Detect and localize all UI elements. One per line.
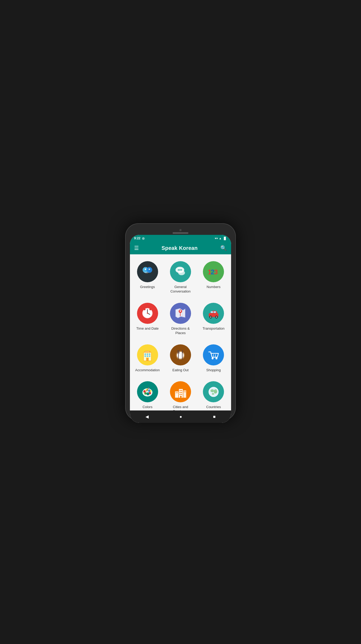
svg-point-5 <box>178 270 185 275</box>
list-item[interactable]: Countries <box>198 378 229 410</box>
svg-rect-62 <box>183 390 186 398</box>
wifi-icon: ▾▾ <box>215 237 218 240</box>
svg-point-7 <box>179 269 181 270</box>
shopping-label: Shopping <box>206 368 221 373</box>
svg-point-56 <box>144 392 147 394</box>
list-item[interactable]: Shopping <box>198 341 229 376</box>
svg-rect-35 <box>145 355 146 357</box>
shopping-icon <box>203 344 224 365</box>
eating-out-label: Eating Out <box>172 368 188 373</box>
numbers-label: Numbers <box>207 285 221 289</box>
svg-point-26 <box>210 316 212 318</box>
svg-rect-38 <box>146 358 149 361</box>
svg-rect-37 <box>149 355 150 357</box>
greetings-label: Greetings <box>140 285 155 289</box>
svg-point-3 <box>149 268 150 270</box>
colors-icon <box>137 381 158 402</box>
directions-label: Directions & Places <box>167 326 194 335</box>
status-time: 9:22 <box>134 236 140 240</box>
svg-point-8 <box>181 269 182 270</box>
svg-rect-69 <box>176 392 177 393</box>
accommodation-label: Accommodation <box>135 368 160 373</box>
svg-point-17 <box>144 308 145 310</box>
battery-icon: ▐▌ <box>223 237 227 240</box>
svg-rect-70 <box>177 392 178 393</box>
svg-point-2 <box>145 268 147 270</box>
cities-provinces-label: Cities and Provinces <box>167 405 194 410</box>
svg-rect-65 <box>180 392 181 393</box>
svg-rect-67 <box>180 394 181 395</box>
svg-rect-33 <box>147 354 148 355</box>
transportation-label: Transportation <box>203 326 225 331</box>
category-grid: Greetings General Conversation <box>132 257 229 410</box>
menu-icon[interactable]: ☰ <box>134 245 139 251</box>
svg-rect-32 <box>145 354 146 355</box>
general-conversation-icon <box>170 261 191 282</box>
numbers-icon: 1 2 3 <box>203 261 224 282</box>
greetings-icon <box>137 261 158 282</box>
svg-rect-64 <box>181 390 182 391</box>
svg-rect-66 <box>181 392 182 393</box>
general-conversation-label: General Conversation <box>167 285 194 294</box>
svg-point-16 <box>147 313 148 314</box>
phone-frame: 9:22 ◎ ▾▾ ▲ ▐▌ ☰ Speak Korean 🔍 <box>125 223 236 421</box>
countries-icon <box>203 381 224 402</box>
countries-label: Countries <box>206 405 221 409</box>
colors-label: Colors <box>143 405 153 409</box>
svg-rect-72 <box>185 392 186 392</box>
svg-rect-71 <box>184 392 185 392</box>
svg-rect-24 <box>213 311 216 313</box>
svg-point-75 <box>210 389 214 392</box>
speaker-grille <box>173 232 188 234</box>
svg-text:3: 3 <box>214 268 218 275</box>
svg-rect-60 <box>175 392 179 398</box>
location-icon: ◎ <box>142 237 145 240</box>
svg-point-57 <box>147 392 149 395</box>
status-time-area: 9:22 ◎ <box>134 236 145 240</box>
time-date-label: Time and Date <box>136 326 159 331</box>
svg-point-49 <box>216 358 217 359</box>
app-title: Speak Korean <box>162 245 198 251</box>
list-item[interactable]: HOTEL Accommodation <box>132 341 163 376</box>
list-item[interactable]: General Conversation <box>165 257 196 297</box>
home-button[interactable]: ● <box>174 413 187 420</box>
list-item[interactable]: 1 2 3 Numbers <box>198 257 229 297</box>
list-item[interactable]: Colors <box>132 378 163 410</box>
list-item[interactable]: Greetings <box>132 257 163 297</box>
back-button[interactable]: ◀ <box>140 413 154 420</box>
list-item[interactable]: Directions & Places <box>165 299 196 339</box>
svg-point-48 <box>212 358 213 359</box>
svg-rect-73 <box>180 396 182 398</box>
list-item[interactable]: Transportation <box>198 299 229 339</box>
status-icons: ▾▾ ▲ ▐▌ <box>215 237 227 240</box>
search-icon[interactable]: 🔍 <box>220 245 227 251</box>
phone-screen: 9:22 ◎ ▾▾ ▲ ▐▌ ☰ Speak Korean 🔍 <box>130 235 231 423</box>
list-item[interactable]: Cities and Provinces <box>165 378 196 410</box>
navigation-bar: ◀ ● ■ <box>130 410 231 423</box>
directions-icon <box>170 303 191 324</box>
eating-out-icon <box>170 344 191 365</box>
status-bar: 9:22 ◎ ▾▾ ▲ ▐▌ <box>130 235 231 242</box>
cities-provinces-icon <box>170 381 191 402</box>
svg-rect-68 <box>181 394 182 395</box>
transportation-icon <box>203 303 224 324</box>
svg-text:HOTEL: HOTEL <box>145 351 150 353</box>
svg-point-28 <box>216 316 217 318</box>
list-item[interactable]: Time and Date <box>132 299 163 339</box>
toolbar: ☰ Speak Korean 🔍 <box>130 242 231 254</box>
svg-point-21 <box>180 310 181 312</box>
accommodation-icon: HOTEL <box>137 344 158 365</box>
svg-point-18 <box>149 308 151 310</box>
time-date-icon <box>137 303 158 324</box>
list-item[interactable]: Eating Out <box>165 341 196 376</box>
svg-rect-36 <box>147 355 148 357</box>
svg-point-6 <box>178 269 179 270</box>
camera-dot <box>179 229 182 231</box>
svg-rect-63 <box>180 390 181 391</box>
main-content: Greetings General Conversation <box>130 254 231 410</box>
svg-rect-23 <box>211 311 213 313</box>
svg-rect-34 <box>149 354 150 355</box>
signal-icon: ▲ <box>219 237 222 240</box>
recents-button[interactable]: ■ <box>208 413 221 420</box>
